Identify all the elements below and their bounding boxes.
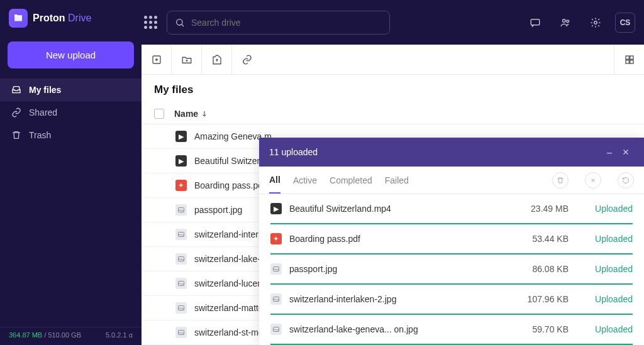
- upload-panel-list: ▶Beautiful Switzerland.mp423.49 MBUpload…: [259, 194, 644, 345]
- settings-icon[interactable]: [585, 12, 606, 33]
- toolbar: [142, 45, 644, 75]
- nav-shared[interactable]: Shared: [0, 101, 142, 124]
- search-input[interactable]: [191, 18, 382, 28]
- upload-file-name: switzerland-lake-geneva... on.jpg: [289, 324, 492, 334]
- search-input-wrapper[interactable]: [167, 11, 390, 35]
- upload-file-size: 53.44 KB: [499, 234, 569, 244]
- sidebar: Proton Drive New upload My files Shared …: [0, 0, 142, 345]
- file-name: switzerland-interla: [194, 229, 265, 239]
- image-file-icon: [175, 278, 187, 289]
- new-folder-button[interactable]: [172, 45, 202, 75]
- nav-my-files[interactable]: My files: [0, 79, 142, 101]
- share-link-button[interactable]: [232, 45, 262, 75]
- view-grid-button[interactable]: [614, 45, 644, 75]
- sidebar-nav: My files Shared Trash: [0, 79, 142, 146]
- svg-point-3: [567, 19, 569, 22]
- svg-point-4: [594, 21, 597, 24]
- image-file-icon: [270, 293, 282, 305]
- sort-arrow-down-icon: [201, 110, 208, 118]
- file-name: Beautiful Switzerla: [194, 156, 267, 166]
- upload-status: Uploaded: [576, 204, 633, 214]
- video-file-icon: ▶: [270, 203, 282, 214]
- main-content: My files Name ▶Amazing Geneva.m▶Beautifu…: [142, 45, 644, 345]
- upload-status: Uploaded: [576, 264, 633, 274]
- nav-label: My files: [29, 85, 61, 95]
- new-upload-button[interactable]: New upload: [8, 41, 134, 68]
- tab-active[interactable]: Active: [293, 168, 317, 193]
- link-icon: [11, 107, 21, 118]
- file-name: switzerland-st-mo: [194, 327, 264, 337]
- upload-file-size: 23.49 MB: [499, 204, 569, 214]
- video-file-icon: ▶: [175, 155, 187, 167]
- svg-rect-6: [626, 56, 629, 59]
- cancel-all-button[interactable]: [585, 172, 601, 189]
- select-all-checkbox[interactable]: [154, 109, 164, 119]
- upload-panel-header: 11 uploaded: [259, 138, 644, 167]
- close-panel-button[interactable]: [618, 144, 634, 160]
- upload-file-name: switzerland-interlaken-2.jpg: [289, 294, 492, 304]
- pdf-file-icon: ✦: [270, 233, 282, 244]
- file-name: switzerland-lake-g: [194, 254, 265, 264]
- upload-file-size: 86.08 KB: [499, 264, 569, 274]
- apps-grid-icon[interactable]: [144, 16, 158, 30]
- tab-completed[interactable]: Completed: [330, 168, 372, 193]
- file-list-header: Name: [142, 104, 644, 124]
- upload-status: Uploaded: [576, 294, 633, 304]
- file-name: switzerland-matte: [194, 303, 264, 313]
- search-icon: [175, 18, 185, 28]
- image-file-icon: [175, 302, 187, 314]
- upload-panel: 11 uploaded All Active Completed Failed …: [259, 138, 644, 345]
- upload-panel-tabs: All Active Completed Failed: [259, 167, 644, 194]
- upload-file-size: 107.96 KB: [499, 294, 569, 304]
- image-file-icon: [175, 229, 187, 240]
- upload-file-name: Beautiful Switzerland.mp4: [289, 204, 492, 214]
- image-file-icon: [175, 204, 187, 216]
- retry-all-button[interactable]: [618, 172, 634, 189]
- file-name: Boarding pass.pdf: [194, 180, 265, 190]
- file-name: switzerland-lucern: [194, 278, 265, 288]
- svg-rect-8: [626, 60, 629, 63]
- image-file-icon: [270, 324, 282, 335]
- upload-row: passport.jpg86.08 KBUploaded: [259, 255, 644, 285]
- upload-file-name: passport.jpg: [289, 264, 492, 274]
- upload-row: switzerland-lake-geneva... on.jpg59.70 K…: [259, 315, 644, 345]
- column-name-header[interactable]: Name: [174, 109, 208, 119]
- sidebar-footer: 364.87 MB / 510.00 GB 5.0.2.1 α: [0, 327, 142, 345]
- upload-row: ✦Boarding pass.pdf53.44 KBUploaded: [259, 224, 644, 255]
- page-title: My files: [142, 75, 644, 104]
- pdf-file-icon: ✦: [175, 180, 187, 191]
- upload-row: ▶Beautiful Switzerland.mp423.49 MBUpload…: [259, 194, 644, 224]
- upload-status: Uploaded: [576, 324, 633, 334]
- file-name: passport.jpg: [194, 205, 242, 215]
- user-avatar[interactable]: CS: [615, 13, 635, 33]
- svg-rect-9: [630, 60, 633, 63]
- logo[interactable]: Proton Drive: [0, 0, 142, 36]
- image-file-icon: [175, 327, 187, 338]
- logo-icon: [9, 9, 28, 28]
- nav-label: Trash: [29, 130, 51, 140]
- chat-icon[interactable]: [525, 12, 546, 33]
- video-file-icon: ▶: [175, 131, 187, 142]
- upload-file-name: Boarding pass.pdf: [289, 234, 492, 244]
- svg-point-0: [177, 19, 182, 25]
- minimize-panel-button[interactable]: [601, 144, 618, 160]
- inbox-icon: [11, 85, 21, 95]
- nav-label: Shared: [29, 107, 57, 118]
- upload-folder-button[interactable]: [202, 45, 232, 75]
- svg-point-2: [563, 19, 566, 22]
- nav-trash[interactable]: Trash: [0, 124, 142, 146]
- clear-all-button[interactable]: [552, 172, 569, 189]
- upload-panel-title: 11 uploaded: [269, 147, 318, 157]
- trash-icon: [11, 130, 21, 140]
- storage-usage: 364.87 MB / 510.00 GB: [9, 331, 81, 339]
- image-file-icon: [270, 263, 282, 275]
- tab-all[interactable]: All: [269, 167, 280, 194]
- upload-row: switzerland-interlaken-2.jpg107.96 KBUpl…: [259, 285, 644, 315]
- topbar: CS: [142, 0, 644, 45]
- svg-rect-1: [531, 19, 540, 25]
- upload-status: Uploaded: [576, 234, 633, 244]
- upload-file-button[interactable]: [142, 45, 172, 75]
- users-icon[interactable]: [555, 12, 576, 33]
- upload-file-size: 59.70 KB: [499, 324, 569, 334]
- tab-failed[interactable]: Failed: [385, 168, 409, 193]
